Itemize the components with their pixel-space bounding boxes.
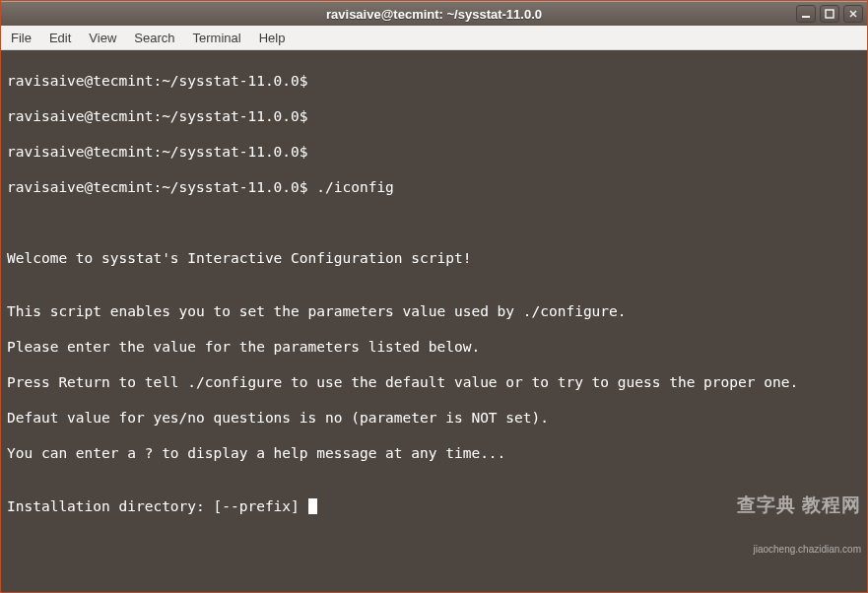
svg-rect-1 <box>826 10 834 18</box>
terminal-line: Please enter the value for the parameter… <box>7 338 861 356</box>
menu-file[interactable]: File <box>11 31 32 45</box>
terminal-line: ravisaive@tecmint:~/sysstat-11.0.0$ <box>7 143 861 161</box>
terminal-line: ravisaive@tecmint:~/sysstat-11.0.0$ ./ic… <box>7 178 861 196</box>
terminal-line: ravisaive@tecmint:~/sysstat-11.0.0$ <box>7 107 861 125</box>
terminal-prompt-line: Installation directory: [--prefix] <box>7 497 861 515</box>
terminal-line: ravisaive@tecmint:~/sysstat-11.0.0$ <box>7 72 861 90</box>
close-icon <box>848 9 858 19</box>
menu-terminal[interactable]: Terminal <box>193 31 241 45</box>
terminal-line: Press Return to tell ./configure to use … <box>7 373 861 391</box>
menu-help[interactable]: Help <box>259 31 286 45</box>
watermark-url: jiaocheng.chazidian.com <box>737 542 861 557</box>
terminal-area[interactable]: ravisaive@tecmint:~/sysstat-11.0.0$ ravi… <box>1 50 867 592</box>
window-title: ravisaive@tecmint: ~/sysstat-11.0.0 <box>326 7 542 22</box>
window-controls <box>796 5 863 23</box>
cursor-icon <box>308 498 317 514</box>
menu-search[interactable]: Search <box>134 31 174 45</box>
maximize-icon <box>825 9 835 19</box>
menu-edit[interactable]: Edit <box>49 31 71 45</box>
menu-view[interactable]: View <box>89 31 116 45</box>
menubar: File Edit View Search Terminal Help <box>1 26 867 50</box>
terminal-line: Welcome to sysstat's Interactive Configu… <box>7 249 861 267</box>
terminal-line: This script enables you to set the param… <box>7 302 861 320</box>
terminal-line: Defaut value for yes/no questions is no … <box>7 409 861 427</box>
minimize-button[interactable] <box>796 5 816 23</box>
terminal-text: Installation directory: [--prefix] <box>7 498 308 514</box>
close-button[interactable] <box>843 5 863 23</box>
terminal-window: ravisaive@tecmint: ~/sysstat-11.0.0 File… <box>0 0 868 593</box>
svg-rect-0 <box>802 16 810 18</box>
minimize-icon <box>801 9 811 19</box>
maximize-button[interactable] <box>820 5 839 23</box>
watermark: 查字典 教程网 jiaocheng.chazidian.com <box>737 468 861 586</box>
titlebar: ravisaive@tecmint: ~/sysstat-11.0.0 <box>1 1 867 26</box>
terminal-line: You can enter a ? to display a help mess… <box>7 444 861 462</box>
